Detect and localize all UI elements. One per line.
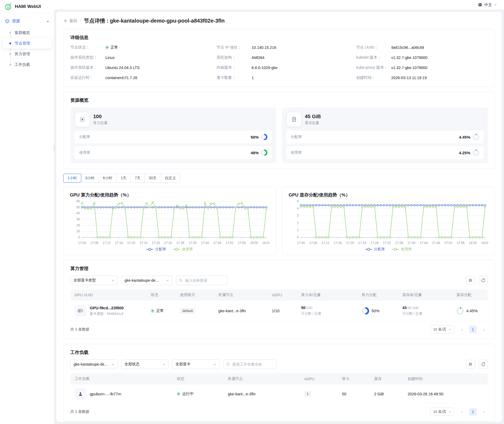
detail-container-runtime: 容器运行时： containerd://1.7.26 [70,75,209,80]
line-marker-icon [392,248,399,251]
chart-legend: 分配率 使用率 [289,247,488,252]
language-switcher[interactable]: 中文 [478,2,497,7]
svg-text:40: 40 [76,211,80,215]
svg-text:0: 0 [78,235,80,239]
detail-node-uuid: 节点 UUID： 9a615c96...a06c49 [356,45,488,50]
sidebar-item-label: 节点管理 [15,41,30,46]
workload-name-link[interactable]: gpuburn-...-lb77m [90,392,121,396]
gpu-type-select[interactable]: 全部显卡类型 [70,276,118,285]
tab-30d[interactable]: 30天 [144,174,161,183]
chart-legend: 分配率 使用率 [70,247,270,252]
svg-text:17:20: 17:20 [127,241,135,245]
back-button[interactable]: 返回 [63,18,77,23]
next-page-button[interactable]: › [480,326,488,333]
compute-chart-title: GPU 算力分配/使用趋势（%） [70,192,270,198]
refresh-button[interactable] [479,360,488,369]
legend-usage[interactable]: 使用率 [392,247,412,252]
sidebar-item-cluster-overview[interactable]: 集群概览 [3,27,52,38]
core-free-total: 50/100 可分配 / 总量 [301,306,362,316]
sidebar-item-node-management[interactable]: 节点管理 [3,38,52,49]
status-ok-icon [105,46,109,49]
line-marker-icon [146,248,153,251]
detail-os-type: 操作系统类型： Linux [70,55,209,60]
gpu-search-input[interactable] [176,276,228,285]
legend-usage[interactable]: 使用率 [173,247,193,252]
tab-6h[interactable]: 6小时 [99,174,117,183]
compute-trend-chart[interactable]: 010203040506017:0417:0817:1217:1617:2017… [70,198,270,246]
topbar: 中文 [0,0,504,10]
alloc-donut [473,134,479,140]
refresh-button[interactable] [479,276,488,285]
tab-3h[interactable]: 3小时 [81,174,99,183]
page-size-select[interactable]: 10 条/页 [430,408,454,416]
gpu-card-icon [75,305,86,317]
workload-node: gke-kant...e-3fln [228,392,304,396]
alloc-donut [261,134,267,140]
workload-pod-icon [75,388,86,400]
workload-row-count: 共 1 条数据 [70,409,89,414]
sidebar-item-workloads[interactable]: 工作负载 [3,59,52,70]
svg-text:17:56: 17:56 [456,241,464,245]
gpu-name-link[interactable]: GPU-f9cd...23f800 [90,306,124,310]
column-settings-button[interactable] [466,276,475,285]
svg-text:18:04: 18:04 [481,241,488,245]
tab-7d[interactable]: 7天 [130,174,145,183]
chevron-down-icon [111,363,114,366]
memory-usage-row: 使用率 4.25% [286,146,484,159]
workload-status-select[interactable]: 全部状态 [121,359,169,369]
mode-tag: default [180,308,195,314]
svg-text:18:00: 18:00 [469,241,477,245]
sidebar-item-compute-management[interactable]: 算力管理 [3,49,52,59]
svg-text:17:52: 17:52 [225,241,233,245]
back-arrow-icon [63,19,68,23]
svg-text:17:16: 17:16 [115,241,123,245]
back-label: 返回 [69,18,77,23]
chevron-down-icon [111,279,114,282]
svg-text:17:48: 17:48 [213,241,221,245]
column-settings-button[interactable] [466,360,475,369]
compute-total-caption: 算力总量 [93,121,108,125]
compute-alloc-row: 分配率 50% [75,131,272,143]
sidebar-section-resources[interactable]: 资源 [3,16,52,27]
tab-custom[interactable]: 自定义 [161,174,180,183]
workload-search-input[interactable] [223,359,276,369]
svg-text:5: 5 [297,199,299,203]
workload-table-header: 工作负载 状态 所属节点 vGPU 算力 显存 创建时间 [70,373,488,384]
page-size-select[interactable]: 10 条/页 [430,325,454,333]
chevron-down-icon [213,363,216,366]
details-grid: 节点状态： 正常 节点 IP 地址： 10.140.15.216 节点 UUID… [70,45,488,80]
compute-usage-row: 使用率 48% [75,146,272,159]
usage-donut [261,149,267,156]
memory-chart-title: GPU 显存分配/使用趋势（%） [289,192,488,198]
tab-1h[interactable]: 1小时 [63,174,81,183]
gpu-type-label: 显卡类型：NVIDIA L4 [90,311,124,316]
detail-kernel-version: 内核版本： 6.8.0-1029-gke [217,65,348,70]
svg-text:3: 3 [297,214,299,217]
svg-text:2: 2 [297,221,299,225]
svg-text:17:16: 17:16 [334,241,342,245]
page-1-button[interactable]: 1 [469,326,477,333]
prev-page-button[interactable]: ‹ [458,326,465,333]
page-1-button[interactable]: 1 [469,408,477,416]
usage-donut [473,149,479,156]
workload-gpu-select[interactable]: 全部显卡 [172,359,220,369]
next-page-button[interactable]: › [480,408,488,416]
detail-node-ip: 节点 IP 地址： 10.140.15.216 [217,45,348,50]
details-card: 详细信息 节点状态： 正常 节点 IP 地址： 10.140.15.216 节点… [63,29,495,87]
tab-1d[interactable]: 1天 [116,174,131,183]
gpu-chip-icon [75,112,89,127]
workload-node-select[interactable]: gke-kantaloupe-de... [70,359,118,369]
memory-trend-chart[interactable]: 01234517:0417:0817:1217:1617:2017:2417:2… [289,198,488,246]
core-alloc-donut [362,307,369,315]
workload-section-title: 工作负载 [70,349,488,356]
workload-table-row: gpuburn-...-lb77m 运行中 gke-kant...e-3fln … [70,384,488,404]
sliders-icon [468,278,473,283]
svg-text:0: 0 [297,235,299,239]
prev-page-button[interactable]: ‹ [458,408,465,416]
node-select[interactable]: gke-kantaloupe-de... [121,276,172,285]
sidebar-resize-handle[interactable] [54,145,54,152]
resource-overview-card: 资源概览 100 算力总量 分配率 50% [63,92,495,169]
workload-pagination: 10 条/页 ‹ 1 › [430,408,488,416]
legend-alloc[interactable]: 分配率 [146,247,166,252]
legend-alloc[interactable]: 分配率 [365,247,385,252]
